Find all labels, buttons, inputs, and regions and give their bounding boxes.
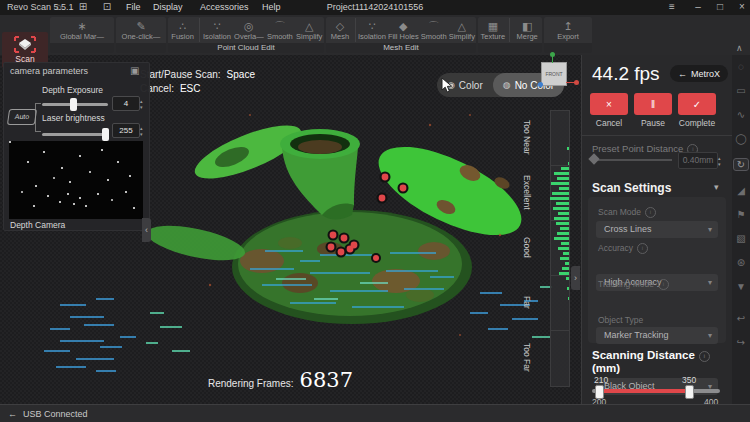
depth-exposure-stepper[interactable]: ▴▾ — [140, 98, 143, 110]
plane-tool-icon[interactable]: ◢ — [732, 185, 750, 196]
export-icon: ↥ — [563, 20, 572, 32]
scanning-distance-label: Scanning Distancei (mm) — [592, 349, 710, 375]
separator — [509, 18, 510, 42]
gizmo-x-dot — [574, 80, 579, 85]
complete-button[interactable]: ✓ Complete — [678, 93, 716, 128]
scanning-distance-slider[interactable] — [592, 389, 720, 393]
group-point-cloud-edit: ∴ Fusion ∵ Isolation ◎ Overla— ⌒ Smooth — [168, 17, 324, 53]
depth-exposure-handle[interactable] — [70, 98, 77, 111]
rendering-frames-value: 6837 — [300, 368, 353, 392]
collapse-left-panel-tab[interactable]: ‹ — [142, 218, 151, 242]
group-texture: ▦ Texture ◧ Merge — [478, 17, 542, 53]
cancel-button[interactable]: × Cancel — [590, 93, 628, 128]
pc-isolation-button[interactable]: ∵ Isolation — [203, 20, 231, 41]
scan-mode-label: Scan Modei — [598, 207, 656, 218]
one-click-button[interactable]: ✎ One-click— — [122, 20, 161, 41]
preferences-icon[interactable]: ≡ — [664, 1, 680, 12]
close-icon[interactable]: × — [734, 1, 750, 12]
pc-simplify-button[interactable]: △ Simplify — [296, 20, 322, 41]
3d-viewport[interactable]: Start/Pause Scan:Space Cancel:ESC ◉ Colo… — [0, 55, 581, 404]
orbit-tool-icon[interactable]: ↻ — [733, 158, 749, 171]
caret-down-icon: ▾ — [708, 221, 712, 238]
info-icon: i — [699, 351, 710, 362]
revo-scan-window: Revo Scan 5.5.1 ⌂ ⊞ ⊡ File Display Acces… — [0, 0, 750, 422]
laser-brightness-value[interactable]: 255 — [112, 123, 140, 138]
fill-holes-button[interactable]: ◆ Fill Holes — [388, 20, 419, 41]
laser-brightness-stepper[interactable]: ▴▾ — [140, 125, 143, 137]
marker-flag-icon[interactable]: ⚑ — [732, 209, 750, 220]
collapse-ribbon-icon[interactable]: ∧ — [736, 43, 743, 53]
pause-icon: ‖ — [651, 99, 655, 110]
scan-settings-chevron-icon[interactable]: ▾ — [714, 182, 719, 192]
caret-down-icon: ▾ — [708, 274, 712, 291]
auto-exposure-button[interactable]: Auto — [7, 109, 37, 125]
laser-brightness-handle[interactable] — [102, 128, 109, 141]
curve-select-icon[interactable]: ∿ — [732, 109, 750, 120]
histogram-labels: Too NearExcellentGoodFarToo Far — [522, 110, 536, 385]
pause-button[interactable]: ‖ Pause — [634, 93, 672, 128]
simplify-icon: △ — [305, 20, 313, 32]
expand-right-panel-tab[interactable]: › — [571, 266, 580, 290]
scanning-distance-handle-high[interactable] — [685, 385, 694, 399]
mesh-smooth-button[interactable]: ⌒ Smooth — [421, 20, 447, 41]
merge-button[interactable]: ◧ Merge — [514, 20, 540, 41]
camera-panel-title: camera parameters — [10, 66, 88, 76]
tracking-mode-select[interactable]: Marker Tracking ▾ — [596, 327, 718, 344]
preset-point-distance-value[interactable]: 0.40mm — [678, 152, 718, 169]
metrox-button[interactable]: ← MetroX — [670, 65, 728, 82]
texture-button[interactable]: ▦ Texture — [480, 20, 506, 41]
histogram-segment — [551, 276, 569, 331]
histogram-label: Good — [522, 220, 532, 275]
preset-point-distance-stepper[interactable]: ▴▾ — [718, 155, 721, 167]
mesh-button[interactable]: ◇ Mesh — [327, 20, 353, 41]
maximize-icon[interactable]: □ — [712, 1, 728, 12]
gizmo-y-dot — [550, 52, 555, 57]
circle-select-icon[interactable]: ◯ — [732, 133, 750, 144]
lasso-select-icon[interactable]: ◌ — [732, 61, 750, 72]
project-title: Project11142024101556 — [0, 2, 750, 12]
gizmo-z-dot — [538, 82, 543, 87]
overlap-icon: ◎ — [244, 20, 254, 32]
fusion-button[interactable]: ∴ Fusion — [170, 20, 196, 41]
depth-camera-label: Depth Camera — [10, 220, 65, 230]
camera-icon[interactable]: ▣ — [130, 65, 139, 76]
fill-tool-icon[interactable]: ▼ — [732, 281, 750, 292]
global-marker-button[interactable]: ∗ Global Mar— — [60, 20, 104, 41]
simplify-icon: △ — [458, 20, 466, 32]
back-arrow-icon: ← — [678, 69, 687, 79]
mesh-isolation-button[interactable]: ∵ Isolation — [358, 20, 386, 41]
isolation-icon: ∵ — [368, 20, 375, 32]
export-button[interactable]: ↥ Export — [555, 20, 581, 41]
overlap-button[interactable]: ◎ Overla— — [234, 20, 264, 41]
depth-camera-preview — [9, 141, 143, 219]
rendering-frames: Rendering Frames: 6837 — [208, 368, 353, 392]
histogram-segment — [551, 166, 569, 221]
preset-point-distance-slider[interactable] — [592, 159, 672, 161]
depth-exposure-value[interactable]: 4 — [112, 96, 140, 111]
info-icon: i — [637, 243, 648, 254]
mesh-simplify-button[interactable]: △ Simplify — [449, 20, 475, 41]
mesh-icon: ◇ — [336, 20, 344, 32]
view-cube-gizmo[interactable]: FRONT — [541, 62, 567, 86]
group-one-click: ✎ One-click— — [116, 17, 166, 53]
scan-icon — [14, 36, 36, 53]
fusion-icon: ∴ — [179, 20, 186, 32]
gear-tool-icon[interactable]: ⊛ — [732, 257, 750, 268]
title-bar: Revo Scan 5.5.1 ⌂ ⊞ ⊡ File Display Acces… — [0, 0, 750, 15]
separator — [355, 18, 356, 42]
scan-mode-select[interactable]: Cross Lines ▾ — [596, 221, 718, 238]
pc-smooth-button[interactable]: ⌒ Smooth — [267, 20, 293, 41]
depth-exposure-slider[interactable] — [42, 103, 108, 106]
redo-icon[interactable]: ↪ — [732, 337, 750, 348]
rect-select-icon[interactable]: ▭ — [732, 85, 750, 96]
laser-brightness-slider[interactable] — [42, 133, 108, 136]
group-mesh-edit: ◇ Mesh ∵ Isolation ◆ Fill Holes ⌒ Smooth — [326, 17, 476, 53]
preset-point-distance-handle[interactable] — [588, 153, 599, 164]
undo-icon[interactable]: ↩ — [732, 313, 750, 324]
depth-exposure-label: Depth Exposure — [42, 85, 103, 95]
cube-tool-icon[interactable]: ▧ — [732, 233, 750, 244]
usb-status-text: USB Connected — [23, 409, 88, 419]
divider — [582, 135, 733, 136]
tracking-mode-label: Tracking Modei — [598, 279, 669, 290]
minimize-icon[interactable]: – — [690, 1, 706, 12]
